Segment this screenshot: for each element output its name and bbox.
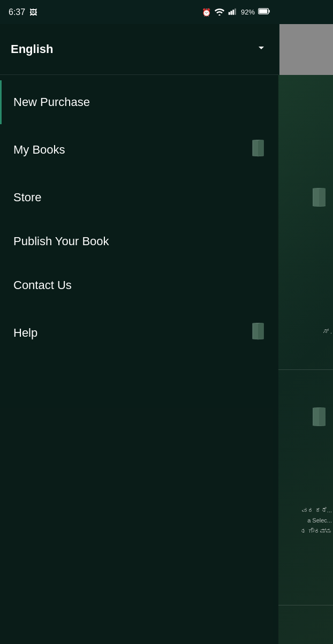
menu-item-my-books[interactable]: My Books xyxy=(0,124,278,176)
navigation-drawer: 6:37 🖼 ⏰ 92% xyxy=(0,0,278,644)
language-label: English xyxy=(11,42,53,56)
peek-text-line-1: ವರ ಕತೆ... xyxy=(300,505,332,516)
svg-rect-2 xyxy=(230,11,232,15)
peek-divider-2 xyxy=(277,605,333,605)
menu-item-store[interactable]: Store xyxy=(0,176,278,219)
battery-icon xyxy=(258,7,270,17)
status-time: 6:37 xyxy=(9,7,25,17)
svg-rect-3 xyxy=(232,10,234,15)
peek-green-area: ಸ್ . ವರ ಕತೆ... a Selec... ತ ಗೌರಮ್ಮ xyxy=(277,75,333,644)
battery-percentage: 92% xyxy=(241,8,255,16)
peek-book-icon-1 xyxy=(309,187,329,211)
image-icon: 🖼 xyxy=(29,8,37,17)
book-icon-help xyxy=(249,322,267,344)
language-selector[interactable]: English xyxy=(0,24,278,75)
menu-item-label: New Purchase xyxy=(13,95,90,109)
svg-rect-4 xyxy=(234,9,236,15)
peek-store-text: ಸ್ . xyxy=(323,327,332,337)
menu-list: New Purchase My Books Store Publish Your… xyxy=(0,75,278,364)
menu-item-label: Publish Your Book xyxy=(13,234,109,248)
status-left: 6:37 🖼 xyxy=(9,7,37,17)
signal-icon xyxy=(228,7,238,17)
peek-gray-box xyxy=(279,24,333,75)
menu-item-label: My Books xyxy=(13,143,65,157)
status-right: ⏰ 92% xyxy=(202,7,270,17)
menu-item-label: Store xyxy=(13,191,42,204)
menu-item-publish-your-book[interactable]: Publish Your Book xyxy=(0,219,278,263)
peek-text-line-3: ತ ಗೌರಮ್ಮ xyxy=(300,526,332,537)
menu-item-new-purchase[interactable]: New Purchase xyxy=(0,80,278,124)
right-peek-content: ಸ್ . ವರ ಕತೆ... a Selec... ತ ಗೌರಮ್ಮ xyxy=(277,24,333,644)
svg-rect-6 xyxy=(259,9,267,13)
chevron-down-icon xyxy=(255,41,268,57)
peek-divider-1 xyxy=(277,369,333,370)
svg-rect-7 xyxy=(269,10,270,12)
peek-text-block: ವರ ಕತೆ... a Selec... ತ ಗೌರಮ್ಮ xyxy=(300,505,332,537)
menu-item-label: Help xyxy=(13,326,37,340)
menu-item-label: Contact Us xyxy=(13,278,72,292)
status-bar: 6:37 🖼 ⏰ 92% xyxy=(0,0,278,24)
svg-rect-1 xyxy=(229,12,230,15)
peek-book-icon-2 xyxy=(309,407,329,430)
peek-text-line-2: a Selec... xyxy=(300,516,332,526)
wifi-icon xyxy=(214,7,225,17)
svg-point-0 xyxy=(218,14,220,16)
menu-item-contact-us[interactable]: Contact Us xyxy=(0,263,278,307)
menu-item-help[interactable]: Help xyxy=(0,307,278,359)
alarm-icon: ⏰ xyxy=(202,8,211,17)
book-icon xyxy=(249,139,267,161)
